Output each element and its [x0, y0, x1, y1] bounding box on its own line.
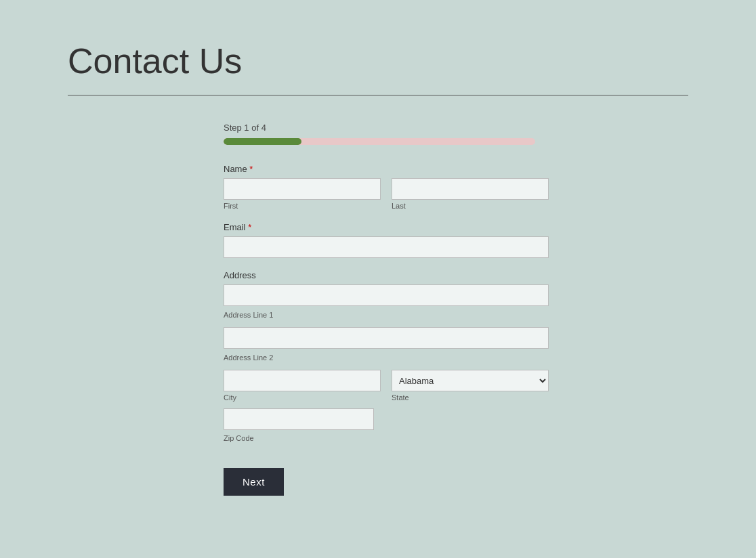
first-name-col: First — [224, 178, 381, 210]
city-input[interactable] — [224, 370, 381, 391]
first-name-label: First — [224, 202, 381, 210]
progress-bar-track — [224, 138, 535, 145]
form-container: Step 1 of 4 Name * First Last — [224, 123, 549, 496]
last-name-input[interactable] — [392, 178, 549, 200]
zip-col: Zip Code — [224, 408, 374, 442]
page-divider — [68, 95, 688, 95]
address-label: Address — [224, 270, 549, 280]
last-name-col: Last — [392, 178, 549, 210]
email-label: Email * — [224, 222, 549, 232]
address-line1-input[interactable] — [224, 284, 549, 306]
state-col: Alabama Alaska Arizona Arkansas Californ… — [392, 370, 549, 402]
next-button[interactable]: Next — [224, 468, 284, 496]
first-name-input[interactable] — [224, 178, 381, 200]
address-field-group: Address Address Line 1 Address Line 2 Ci… — [224, 270, 549, 442]
progress-bar-fill — [224, 138, 301, 145]
page-container: Contact Us Step 1 of 4 Name * First Last — [0, 0, 756, 536]
email-input[interactable] — [224, 236, 549, 258]
zip-label: Zip Code — [224, 434, 374, 442]
city-col: City — [224, 370, 381, 402]
email-field-group: Email * — [224, 222, 549, 258]
zip-input[interactable] — [224, 408, 374, 430]
page-title: Contact Us — [68, 41, 688, 81]
state-select[interactable]: Alabama Alaska Arizona Arkansas Californ… — [392, 370, 549, 391]
address-line2-label: Address Line 2 — [224, 353, 273, 362]
city-label: City — [224, 393, 381, 402]
address-line1-label: Address Line 1 — [224, 311, 273, 319]
step-label: Step 1 of 4 — [224, 123, 549, 133]
name-row: First Last — [224, 178, 549, 210]
city-state-row: City Alabama Alaska Arizona Arkansas Cal… — [224, 370, 549, 402]
state-label: State — [392, 393, 549, 402]
name-field-group: Name * First Last — [224, 164, 549, 210]
address-line2-input[interactable] — [224, 327, 549, 349]
email-required-marker: * — [248, 222, 251, 232]
name-required-marker: * — [249, 164, 253, 174]
last-name-label: Last — [392, 202, 549, 210]
name-label: Name * — [224, 164, 549, 174]
